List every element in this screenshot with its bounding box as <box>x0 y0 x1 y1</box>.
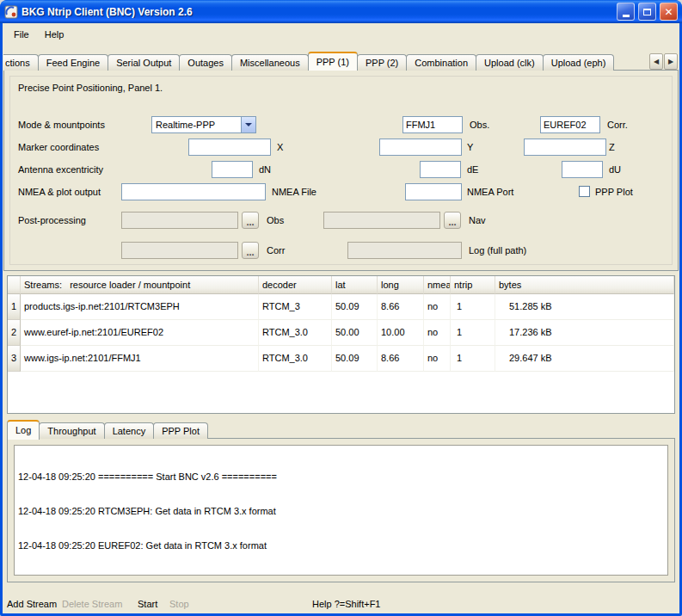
tab-outages[interactable]: Outages <box>179 54 232 71</box>
window-title: BKG Ntrip Client (BNC) Version 2.6 <box>22 6 613 18</box>
marker-z-input[interactable] <box>524 139 606 156</box>
log-full-path-label: Log (full path) <box>469 242 526 259</box>
nmea-file-input[interactable] <box>121 183 266 200</box>
tab-scroll-right-button[interactable]: ▶ <box>664 53 678 70</box>
dropdown-button[interactable] <box>241 117 255 132</box>
header-lat[interactable]: lat <box>332 276 378 294</box>
header-mountpoint[interactable]: Streams: resource loader / mountpoint <box>21 276 259 294</box>
panel-heading: Precise Point Positioning, Panel 1. <box>18 79 163 96</box>
cell-nmea: no <box>424 320 451 346</box>
streams-table-header: Streams: resource loader / mountpoint de… <box>8 276 674 294</box>
cell-nmea: no <box>424 346 451 372</box>
tab-ppp-plot[interactable]: PPP Plot <box>153 422 208 439</box>
table-row[interactable]: 1 products.igs-ip.net:2101/RTCM3EPH RTCM… <box>8 294 674 320</box>
tab-corrections-partial[interactable]: ctions <box>3 54 39 71</box>
ppp-plot-checkbox[interactable] <box>579 186 590 197</box>
tab-feed-engine[interactable]: Feed Engine <box>38 54 108 71</box>
post-nav-browse-button[interactable]: ... <box>444 212 461 229</box>
mode-mountpoints-label: Mode & mountpoints <box>18 116 105 133</box>
tab-combination[interactable]: Combination <box>406 54 476 71</box>
app-icon <box>4 5 18 19</box>
menu-bar: File Help <box>3 23 679 45</box>
cell-ntrip: 1 <box>451 346 495 372</box>
row-number: 3 <box>8 346 21 372</box>
obs-mountpoint-input[interactable] <box>402 116 463 133</box>
ppp-plot-label: PPP Plot <box>595 183 633 200</box>
stop-button[interactable]: Stop <box>169 597 189 611</box>
marker-x-input[interactable] <box>188 139 271 156</box>
cell-decoder: RTCM_3 <box>259 294 332 320</box>
post-obs-label: Obs <box>267 212 284 229</box>
log-output[interactable]: 12-04-18 09:25:20 ========== Start BNC v… <box>14 445 668 576</box>
delete-stream-button[interactable]: Delete Stream <box>62 597 122 611</box>
menu-help[interactable]: Help <box>37 27 72 42</box>
nmea-plot-output-label: NMEA & plot output <box>18 183 101 200</box>
tab-upload-clk[interactable]: Upload (clk) <box>476 54 544 71</box>
de-label: dE <box>467 161 478 178</box>
tab-serial-output[interactable]: Serial Output <box>108 54 180 71</box>
log-full-path-input[interactable] <box>347 242 462 259</box>
tab-throughput[interactable]: Throughput <box>39 422 104 439</box>
cell-lat: 50.00 <box>332 320 378 346</box>
tab-miscellaneous[interactable]: Miscellaneous <box>231 54 309 71</box>
post-obs-file-input[interactable] <box>121 212 238 229</box>
x-label: X <box>277 139 283 156</box>
post-obs-browse-button[interactable]: ... <box>242 212 259 229</box>
tab-scroll-left-button[interactable]: ◀ <box>649 53 663 70</box>
tab-scroll-controls: ◀ ▶ <box>649 53 678 70</box>
header-bytes[interactable]: bytes <box>495 276 674 294</box>
log-line: 12-04-18 09:25:20 RTCM3EPH: Get data in … <box>18 506 664 517</box>
cell-decoder: RTCM_3.0 <box>259 346 332 372</box>
close-icon: ✕ <box>664 6 673 18</box>
tab-ppp-1[interactable]: PPP (1) <box>308 52 358 71</box>
antenna-du-input[interactable] <box>562 161 603 178</box>
cell-bytes: 51.285 kB <box>495 294 674 320</box>
table-row[interactable]: 3 www.igs-ip.net:2101/FFMJ1 RTCM_3.0 50.… <box>8 346 674 372</box>
header-long[interactable]: long <box>378 276 424 294</box>
tab-log[interactable]: Log <box>7 420 40 440</box>
output-tab-bar: Log Throughput Latency PPP Plot <box>7 419 207 439</box>
main-tab-bar: ctions Feed Engine Serial Output Outages… <box>3 51 648 71</box>
maximize-button[interactable] <box>638 3 656 21</box>
header-decoder[interactable]: decoder <box>259 276 332 294</box>
corner-header-cell <box>8 276 21 294</box>
corr-mountpoint-input[interactable] <box>540 116 600 133</box>
arrow-left-icon: ◀ <box>654 58 659 65</box>
cell-mountpoint: www.igs-ip.net:2101/FFMJ1 <box>21 346 259 372</box>
corr-label: Corr. <box>607 116 628 133</box>
add-stream-button[interactable]: Add Stream <box>7 597 57 611</box>
cell-lat: 50.09 <box>332 294 378 320</box>
header-ntrip[interactable]: ntrip <box>451 276 495 294</box>
streams-table[interactable]: Streams: resource loader / mountpoint de… <box>7 275 675 414</box>
mode-dropdown-value: Realtime-PPP <box>152 120 241 130</box>
post-corr-browse-button[interactable]: ... <box>242 242 259 259</box>
marker-coordinates-label: Marker coordinates <box>18 139 99 156</box>
post-corr-file-input[interactable] <box>121 242 238 259</box>
menu-file[interactable]: File <box>6 27 37 42</box>
post-corr-label: Corr <box>267 242 285 259</box>
maximize-icon <box>643 9 651 15</box>
table-row[interactable]: 2 www.euref-ip.net:2101/EUREF02 RTCM_3.0… <box>8 320 674 346</box>
minimize-button[interactable] <box>617 3 635 21</box>
marker-y-input[interactable] <box>379 139 462 156</box>
start-button[interactable]: Start <box>138 597 157 611</box>
nmea-port-input[interactable] <box>405 183 462 200</box>
header-nmea[interactable]: nmea <box>424 276 451 294</box>
tab-upload-eph[interactable]: Upload (eph) <box>543 54 615 71</box>
y-label: Y <box>467 139 473 156</box>
tab-latency[interactable]: Latency <box>104 422 155 439</box>
cell-long: 8.66 <box>378 346 424 372</box>
cell-decoder: RTCM_3.0 <box>259 320 332 346</box>
mode-dropdown[interactable]: Realtime-PPP <box>151 116 256 133</box>
post-nav-file-input[interactable] <box>323 212 440 229</box>
antenna-dn-input[interactable] <box>212 161 253 178</box>
dn-label: dN <box>259 161 271 178</box>
tab-ppp-2[interactable]: PPP (2) <box>357 54 407 71</box>
antenna-de-input[interactable] <box>420 161 461 178</box>
cell-bytes: 17.236 kB <box>495 320 674 346</box>
nmea-port-label: NMEA Port <box>467 183 513 200</box>
title-bar[interactable]: BKG Ntrip Client (BNC) Version 2.6 ✕ <box>0 0 682 23</box>
minimize-icon <box>623 15 630 17</box>
close-button[interactable]: ✕ <box>660 3 678 21</box>
log-lines: 12-04-18 09:25:20 ========== Start BNC v… <box>15 446 667 576</box>
